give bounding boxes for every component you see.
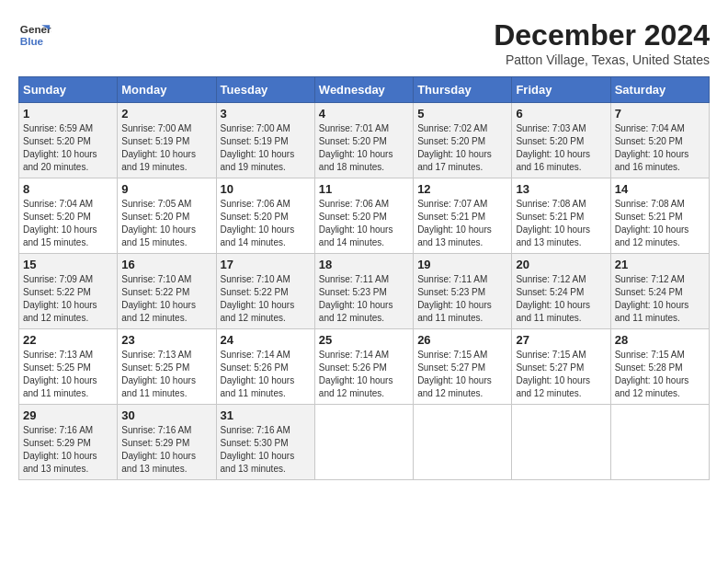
day-number: 29 (23, 408, 113, 422)
day-number: 5 (417, 107, 507, 121)
calendar-cell: 3Sunrise: 7:00 AM Sunset: 5:19 PM Daylig… (216, 103, 314, 178)
day-number: 2 (121, 107, 211, 121)
day-info: Sunrise: 7:16 AM Sunset: 5:29 PM Dayligh… (23, 424, 113, 476)
calendar-cell (610, 405, 709, 480)
calendar-cell: 28Sunrise: 7:15 AM Sunset: 5:28 PM Dayli… (610, 329, 709, 405)
day-info: Sunrise: 7:00 AM Sunset: 5:19 PM Dayligh… (221, 122, 311, 174)
calendar-header: SundayMondayTuesdayWednesdayThursdayFrid… (19, 77, 710, 103)
day-info: Sunrise: 7:15 AM Sunset: 5:27 PM Dayligh… (417, 349, 507, 400)
day-number: 14 (615, 182, 705, 196)
weekday-header: Wednesday (314, 77, 413, 103)
calendar-cell: 7Sunrise: 7:04 AM Sunset: 5:20 PM Daylig… (610, 103, 709, 178)
calendar-body: 1Sunrise: 6:59 AM Sunset: 5:20 PM Daylig… (19, 103, 710, 480)
logo-icon: General Blue (18, 18, 51, 52)
day-info: Sunrise: 7:08 AM Sunset: 5:21 PM Dayligh… (516, 198, 606, 249)
calendar-cell: 29Sunrise: 7:16 AM Sunset: 5:29 PM Dayli… (19, 405, 118, 480)
calendar-cell: 12Sunrise: 7:07 AM Sunset: 5:21 PM Dayli… (414, 178, 512, 254)
calendar-week-row: 8Sunrise: 7:04 AM Sunset: 5:20 PM Daylig… (19, 178, 710, 254)
day-info: Sunrise: 7:02 AM Sunset: 5:20 PM Dayligh… (417, 122, 507, 174)
day-info: Sunrise: 7:13 AM Sunset: 5:25 PM Dayligh… (23, 349, 113, 400)
day-number: 22 (23, 333, 113, 347)
day-number: 26 (417, 333, 507, 347)
day-info: Sunrise: 7:10 AM Sunset: 5:22 PM Dayligh… (221, 273, 311, 325)
day-number: 7 (615, 107, 705, 121)
calendar-cell (512, 405, 610, 480)
day-number: 1 (23, 107, 113, 121)
day-number: 20 (516, 258, 606, 271)
day-number: 8 (23, 182, 113, 196)
day-number: 23 (121, 333, 211, 347)
location-title: Patton Village, Texas, United States (494, 52, 710, 67)
day-info: Sunrise: 7:04 AM Sunset: 5:20 PM Dayligh… (23, 198, 113, 249)
calendar-cell: 4Sunrise: 7:01 AM Sunset: 5:20 PM Daylig… (314, 103, 413, 178)
weekday-header: Thursday (414, 77, 512, 103)
calendar-cell: 27Sunrise: 7:15 AM Sunset: 5:27 PM Dayli… (512, 329, 610, 405)
day-number: 24 (221, 333, 311, 347)
day-number: 18 (319, 258, 409, 271)
day-number: 25 (319, 333, 409, 347)
calendar-week-row: 15Sunrise: 7:09 AM Sunset: 5:22 PM Dayli… (19, 254, 710, 329)
day-info: Sunrise: 7:13 AM Sunset: 5:25 PM Dayligh… (121, 349, 211, 400)
day-info: Sunrise: 7:12 AM Sunset: 5:24 PM Dayligh… (615, 273, 705, 325)
day-info: Sunrise: 7:00 AM Sunset: 5:19 PM Dayligh… (121, 122, 211, 174)
calendar-week-row: 29Sunrise: 7:16 AM Sunset: 5:29 PM Dayli… (19, 405, 710, 480)
day-info: Sunrise: 7:06 AM Sunset: 5:20 PM Dayligh… (221, 198, 311, 249)
day-info: Sunrise: 7:03 AM Sunset: 5:20 PM Dayligh… (516, 122, 606, 174)
day-info: Sunrise: 7:06 AM Sunset: 5:20 PM Dayligh… (319, 198, 409, 249)
day-info: Sunrise: 7:12 AM Sunset: 5:24 PM Dayligh… (516, 273, 606, 325)
title-block: December 2024 Patton Village, Texas, Uni… (494, 18, 710, 67)
day-info: Sunrise: 7:14 AM Sunset: 5:26 PM Dayligh… (221, 349, 311, 400)
svg-text:General: General (20, 23, 51, 35)
day-number: 27 (516, 333, 606, 347)
calendar-cell: 15Sunrise: 7:09 AM Sunset: 5:22 PM Dayli… (19, 254, 118, 329)
calendar-week-row: 1Sunrise: 6:59 AM Sunset: 5:20 PM Daylig… (19, 103, 710, 178)
calendar-cell: 16Sunrise: 7:10 AM Sunset: 5:22 PM Dayli… (118, 254, 216, 329)
day-info: Sunrise: 7:08 AM Sunset: 5:21 PM Dayligh… (615, 198, 705, 249)
weekday-header: Sunday (19, 77, 118, 103)
page-header: General Blue December 2024 Patton Villag… (18, 18, 710, 67)
weekday-header: Friday (512, 77, 610, 103)
calendar-cell: 25Sunrise: 7:14 AM Sunset: 5:26 PM Dayli… (314, 329, 413, 405)
calendar-cell: 26Sunrise: 7:15 AM Sunset: 5:27 PM Dayli… (414, 329, 512, 405)
calendar-cell: 11Sunrise: 7:06 AM Sunset: 5:20 PM Dayli… (314, 178, 413, 254)
day-number: 12 (417, 182, 507, 196)
logo: General Blue (18, 18, 51, 52)
day-info: Sunrise: 7:10 AM Sunset: 5:22 PM Dayligh… (121, 273, 211, 325)
day-number: 17 (221, 258, 311, 271)
calendar-cell: 23Sunrise: 7:13 AM Sunset: 5:25 PM Dayli… (118, 329, 216, 405)
weekday-header: Monday (118, 77, 216, 103)
day-info: Sunrise: 7:09 AM Sunset: 5:22 PM Dayligh… (23, 273, 113, 325)
weekday-header: Saturday (610, 77, 709, 103)
day-info: Sunrise: 7:14 AM Sunset: 5:26 PM Dayligh… (319, 349, 409, 400)
calendar-cell: 20Sunrise: 7:12 AM Sunset: 5:24 PM Dayli… (512, 254, 610, 329)
day-info: Sunrise: 7:11 AM Sunset: 5:23 PM Dayligh… (319, 273, 409, 325)
calendar-cell: 21Sunrise: 7:12 AM Sunset: 5:24 PM Dayli… (610, 254, 709, 329)
day-info: Sunrise: 7:05 AM Sunset: 5:20 PM Dayligh… (121, 198, 211, 249)
day-number: 10 (221, 182, 311, 196)
day-number: 6 (516, 107, 606, 121)
calendar-week-row: 22Sunrise: 7:13 AM Sunset: 5:25 PM Dayli… (19, 329, 710, 405)
calendar-cell: 13Sunrise: 7:08 AM Sunset: 5:21 PM Dayli… (512, 178, 610, 254)
day-info: Sunrise: 7:16 AM Sunset: 5:29 PM Dayligh… (121, 424, 211, 476)
day-number: 28 (615, 333, 705, 347)
day-number: 30 (121, 408, 211, 422)
calendar-cell: 10Sunrise: 7:06 AM Sunset: 5:20 PM Dayli… (216, 178, 314, 254)
calendar-cell: 5Sunrise: 7:02 AM Sunset: 5:20 PM Daylig… (414, 103, 512, 178)
calendar-cell: 8Sunrise: 7:04 AM Sunset: 5:20 PM Daylig… (19, 178, 118, 254)
day-number: 11 (319, 182, 409, 196)
day-info: Sunrise: 6:59 AM Sunset: 5:20 PM Dayligh… (23, 122, 113, 174)
day-info: Sunrise: 7:15 AM Sunset: 5:28 PM Dayligh… (615, 349, 705, 400)
day-number: 9 (121, 182, 211, 196)
calendar-cell: 9Sunrise: 7:05 AM Sunset: 5:20 PM Daylig… (118, 178, 216, 254)
day-info: Sunrise: 7:01 AM Sunset: 5:20 PM Dayligh… (319, 122, 409, 174)
day-number: 15 (23, 258, 113, 271)
day-number: 31 (221, 408, 311, 422)
calendar-table: SundayMondayTuesdayWednesdayThursdayFrid… (18, 76, 710, 480)
month-title: December 2024 (494, 18, 710, 52)
day-number: 21 (615, 258, 705, 271)
day-number: 13 (516, 182, 606, 196)
calendar-cell: 18Sunrise: 7:11 AM Sunset: 5:23 PM Dayli… (314, 254, 413, 329)
day-info: Sunrise: 7:11 AM Sunset: 5:23 PM Dayligh… (417, 273, 507, 325)
calendar-cell: 1Sunrise: 6:59 AM Sunset: 5:20 PM Daylig… (19, 103, 118, 178)
calendar-cell: 14Sunrise: 7:08 AM Sunset: 5:21 PM Dayli… (610, 178, 709, 254)
